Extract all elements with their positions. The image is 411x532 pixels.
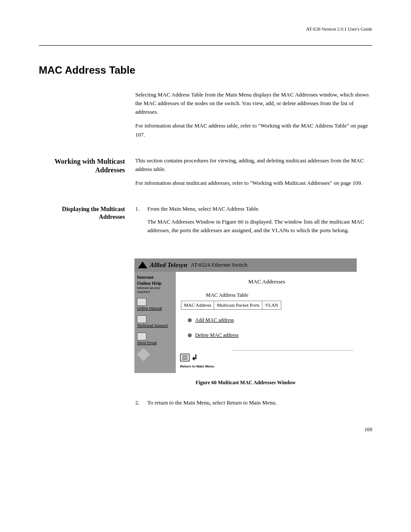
sidebar-item-manual[interactable]: Online Manual <box>137 298 173 311</box>
subsection-body-display: 1. From the Main Menu, select MAC Addres… <box>135 205 372 246</box>
step-2-block: 2. To return to the Main Menu, select Re… <box>135 398 372 414</box>
bullet-icon <box>188 333 192 337</box>
main-page-title: MAC Addresses <box>180 278 353 286</box>
section-title: MAC Address Table <box>39 63 372 78</box>
brand-text: Allied Telesyn <box>150 261 187 270</box>
col-mac-address: MAC Address <box>181 301 214 309</box>
screenshot-figure: Allied Telesyn AT-8324 Ethernet Switch I… <box>134 258 357 373</box>
action-add-mac[interactable]: Add MAC address <box>188 317 353 324</box>
action-delete-mac[interactable]: Delete MAC address <box>188 332 353 339</box>
running-header: AT-S26 Version 2.0.1 User's Guide <box>39 26 372 32</box>
sidebar-link-support[interactable]: Technical Support <box>137 324 173 328</box>
logo-icon <box>138 261 147 268</box>
multi-intro-1: This section contains procedures for vie… <box>135 156 372 174</box>
subsection-body-multicast: This section contains procedures for vie… <box>135 156 372 193</box>
sidebar-item-email[interactable]: Send Email <box>137 333 173 345</box>
intro-paragraph-2: For information about the MAC address ta… <box>135 121 372 139</box>
intro-paragraph-1: Selecting MAC Address Table from the Mai… <box>135 90 372 116</box>
mac-address-table: MAC Address Multicast Packet Ports VLAN <box>181 301 281 310</box>
return-to-main-button[interactable]: ↲ <box>180 352 353 363</box>
subsection-label-display: Displaying the Multicast Addresses <box>39 205 125 221</box>
manual-icon <box>137 298 146 306</box>
header-rule <box>39 45 372 46</box>
sidebar-note: Internet access required <box>137 286 173 294</box>
step-2-text: To return to the Main Menu, select Retur… <box>147 398 372 407</box>
step-1: 1. From the Main Menu, select MAC Addres… <box>135 205 372 239</box>
sidebar-title-2: Online Help <box>137 280 173 286</box>
figure-caption: Figure 60 Multicast MAC Addresses Window <box>134 379 357 386</box>
step-1-followup: The MAC Addresses Window in Figure 60 is… <box>147 218 372 235</box>
step-2-number: 2. <box>135 398 143 407</box>
sidebar-title-1: Internet <box>137 274 173 280</box>
support-icon <box>137 315 146 323</box>
step-1-number: 1. <box>135 205 143 239</box>
sidebar-link-email[interactable]: Send Email <box>137 341 173 345</box>
return-label: Return to Main Menu <box>180 364 353 369</box>
sidebar: Internet Online Help Internet access req… <box>134 272 176 373</box>
add-mac-link[interactable]: Add MAC address <box>195 317 234 324</box>
model-text: AT-8324 Ethernet Switch <box>191 261 248 269</box>
sidebar-item-support[interactable]: Technical Support <box>137 315 173 328</box>
return-arrow-icon: ↲ <box>191 352 198 363</box>
pane-divider <box>232 350 353 351</box>
page-number: 169 <box>39 426 372 433</box>
step-2: 2. To return to the Main Menu, select Re… <box>135 398 372 407</box>
return-list-icon <box>180 354 190 361</box>
bullet-icon <box>188 318 192 322</box>
section-intro: Selecting MAC Address Table from the Mai… <box>135 90 372 144</box>
app-header-bar: Allied Telesyn AT-8324 Ethernet Switch <box>134 258 357 272</box>
col-vlan: VLAN <box>262 301 281 309</box>
sidebar-decoration-icon <box>137 348 150 361</box>
main-pane: MAC Addresses MAC Address Table MAC Addr… <box>176 272 357 373</box>
delete-mac-link[interactable]: Delete MAC address <box>195 332 239 339</box>
col-multicast-ports: Multicast Packet Ports <box>214 301 262 309</box>
email-icon <box>137 333 146 340</box>
multi-intro-2: For information about multicast addresse… <box>135 179 372 187</box>
sidebar-link-manual[interactable]: Online Manual <box>137 307 173 311</box>
step-1-text: From the Main Menu, select MAC Address T… <box>147 205 372 213</box>
subsection-label-multicast: Working with Multicast Addresses <box>39 156 125 175</box>
mac-table-title: MAC Address Table <box>206 292 353 299</box>
